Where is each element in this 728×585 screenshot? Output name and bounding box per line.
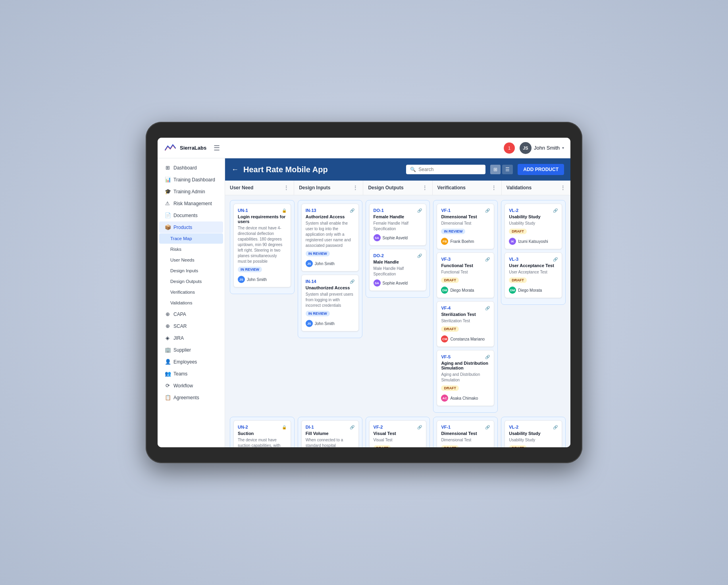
card-vf-5[interactable]: VF-5 🔗 Aging and Distribution Simulation… <box>437 350 494 406</box>
card-title: Usability Study <box>509 214 558 219</box>
card-vf-1[interactable]: VF-1 🔗 Dimensional Test Dimensional Test… <box>437 204 494 249</box>
card-un-2[interactable]: UN-2 🔒 Suction The device must have suct… <box>233 420 291 447</box>
sidebar-item-label: Agreements <box>173 395 199 400</box>
card-header: VF-3 🔗 <box>441 257 490 262</box>
sidebar-item-label: Training Admin <box>173 189 205 194</box>
sidebar-item-label: Workflow <box>173 383 193 389</box>
sidebar-item-trace-map[interactable]: Trace Map <box>159 233 223 244</box>
col-menu-validations[interactable]: ⋮ <box>560 185 566 191</box>
link-icon: 🔗 <box>417 425 422 429</box>
grid-view-button[interactable]: ⊞ <box>490 165 501 174</box>
card-do-2[interactable]: DO-2 🔗 Male Handle Male Handle Half Spec… <box>369 249 427 291</box>
scar-icon: ⊕ <box>165 323 170 329</box>
hamburger-icon[interactable]: ☰ <box>214 144 220 152</box>
sierralabs-logo <box>164 143 177 153</box>
sidebar-item-training-dashboard[interactable]: 📊 Training Dashboard <box>159 174 223 185</box>
column-headers: User Need ⋮ Design Inputs ⋮ Design Outpu… <box>225 181 570 195</box>
col-menu-design-outputs[interactable]: ⋮ <box>422 185 428 191</box>
un-1-group: UN-1 🔒 Login requirements for users The … <box>230 200 295 294</box>
sidebar-item-jira[interactable]: ◈ JIRA <box>159 332 223 344</box>
card-id: DI-1 <box>306 425 314 429</box>
avatar: DM <box>509 287 516 294</box>
col-menu-design-inputs[interactable]: ⋮ <box>352 185 358 191</box>
card-title: Dimensional Test <box>441 431 490 436</box>
sidebar-item-teams[interactable]: 👥 Teams <box>159 368 223 379</box>
sidebar-item-label: Employees <box>173 359 197 365</box>
sidebar-item-workflow[interactable]: ⟳ Workflow <box>159 380 223 391</box>
card-vl-3[interactable]: VL-3 🔗 User Acceptance Test User Accepta… <box>505 252 562 298</box>
trace-content: UN-1 🔒 Login requirements for users The … <box>225 195 570 447</box>
vf-group: VF-1 🔗 Dimensional Test Dimensional Test… <box>433 200 498 413</box>
card-in-14[interactable]: IN-14 🔗 Unauthorized Access System shall… <box>301 275 359 331</box>
sidebar-item-label: Risks <box>170 247 181 252</box>
jira-icon: ◈ <box>165 335 170 341</box>
card-do-1[interactable]: DO-1 🔗 Female Handle Female Handle Half … <box>369 204 427 246</box>
user-need-col: UN-2 🔒 Suction The device must have suct… <box>230 417 295 447</box>
card-id: VF-2 <box>374 425 383 429</box>
main-layout: ⊞ Dashboard 📊 Training Dashboard 🎓 Train… <box>158 158 570 447</box>
training-admin-icon: 🎓 <box>165 189 170 194</box>
card-vf-4[interactable]: VF-4 🔗 Sterilization Test Sterilization … <box>437 301 494 347</box>
user-row: DM Diego Morata <box>441 287 490 294</box>
card-header: IN-13 🔗 <box>306 208 354 213</box>
sidebar-item-label: Teams <box>173 371 187 377</box>
search-input[interactable] <box>418 167 481 172</box>
do-group-2: VF-2 🔗 Visual Test Visual Test DRAFT IK … <box>366 417 430 447</box>
teams-icon: 👥 <box>165 371 170 377</box>
link-icon: 🔗 <box>553 208 558 213</box>
tablet-screen: SierraLabs ☰ 1 JS John Smith ▾ ⊞ Da <box>158 138 570 447</box>
notification-icon[interactable]: 1 <box>504 142 515 154</box>
list-view-button[interactable]: ☰ <box>502 165 513 174</box>
sidebar-item-design-outputs[interactable]: Design Outputs <box>159 276 223 287</box>
card-header: IN-14 🔗 <box>306 279 354 284</box>
back-button[interactable]: ← <box>231 165 239 174</box>
card-di-1[interactable]: DI-1 🔗 Fill Volume When connected to a s… <box>301 420 359 447</box>
card-header: VF-4 🔗 <box>441 306 490 310</box>
add-product-button[interactable]: ADD PRODUCT <box>518 164 564 175</box>
sidebar-item-verifications[interactable]: Verifications <box>159 287 223 297</box>
card-title: Login requirements for users <box>238 214 287 224</box>
avatar: JS <box>238 276 245 283</box>
card-title: User Acceptance Test <box>509 263 558 268</box>
sidebar-item-validations[interactable]: Validations <box>159 298 223 308</box>
col-menu-verifications[interactable]: ⋮ <box>491 185 497 191</box>
user-menu[interactable]: JS John Smith ▾ <box>520 142 564 154</box>
sidebar-item-capa[interactable]: ⊕ CAPA <box>159 308 223 320</box>
card-header: VL-2 🔗 <box>509 425 558 429</box>
sidebar-item-dashboard[interactable]: ⊞ Dashboard <box>159 162 223 173</box>
col-header-verifications: Verifications ⋮ <box>433 181 502 195</box>
card-vf-3[interactable]: VF-3 🔗 Functional Test Functional Test D… <box>437 252 494 298</box>
sidebar-item-documents[interactable]: 📄 Documents <box>159 210 223 221</box>
top-bar: SierraLabs ☰ 1 JS John Smith ▾ <box>158 138 570 158</box>
card-title: Unauthorized Access <box>306 285 354 290</box>
card-in-13[interactable]: IN-13 🔗 Authorized Access System shall e… <box>301 204 359 271</box>
card-title: Suction <box>238 431 287 436</box>
col-menu-user-need[interactable]: ⋮ <box>283 185 289 191</box>
sidebar-item-employees[interactable]: 👤 Employees <box>159 356 223 368</box>
sidebar-item-agreements[interactable]: 📋 Agreements <box>159 392 223 403</box>
status-badge: DRAFT <box>441 326 459 332</box>
card-desc: Sterilization Test <box>441 318 490 324</box>
card-id: UN-1 <box>238 208 248 213</box>
sidebar-item-products[interactable]: 📦 Products <box>159 221 223 233</box>
card-title: Male Handle <box>374 260 422 264</box>
sidebar-item-scar[interactable]: ⊕ SCAR <box>159 320 223 332</box>
card-vl-2[interactable]: VL-2 🔗 Usability Study Usability Study D… <box>505 204 562 249</box>
content-area: ← Heart Rate Mobile App 🔍 ⊞ ☰ ADD PRODUC… <box>225 158 570 447</box>
card-title: Fill Volume <box>306 431 354 436</box>
card-id: DO-2 <box>374 253 384 258</box>
sidebar-item-risks[interactable]: Risks <box>159 244 223 254</box>
card-un-1[interactable]: UN-1 🔒 Login requirements for users The … <box>233 204 291 287</box>
link-icon: 🔗 <box>350 425 354 429</box>
card-vf2-visual[interactable]: VF-2 🔗 Visual Test Visual Test DRAFT IK … <box>369 420 427 447</box>
card-vl2-2[interactable]: VL-2 🔗 Usability Study Usability Study D… <box>505 420 562 447</box>
sidebar-item-supplier[interactable]: 🏢 Supplier <box>159 344 223 356</box>
trace-row: UN-1 🔒 Login requirements for users The … <box>230 200 566 413</box>
card-vf1-dim2[interactable]: VF-1 🔗 Dimensional Test Dimensional Test… <box>437 420 494 447</box>
sidebar-item-risk-management[interactable]: ⚠ Risk Management <box>159 198 223 209</box>
status-badge: IN REVIEW <box>306 251 330 256</box>
sidebar-item-design-inputs[interactable]: Design Inputs <box>159 266 223 276</box>
sidebar-item-user-needs[interactable]: User Needs <box>159 255 223 265</box>
view-toggle: ⊞ ☰ <box>490 165 513 174</box>
sidebar-item-training-admin[interactable]: 🎓 Training Admin <box>159 186 223 197</box>
